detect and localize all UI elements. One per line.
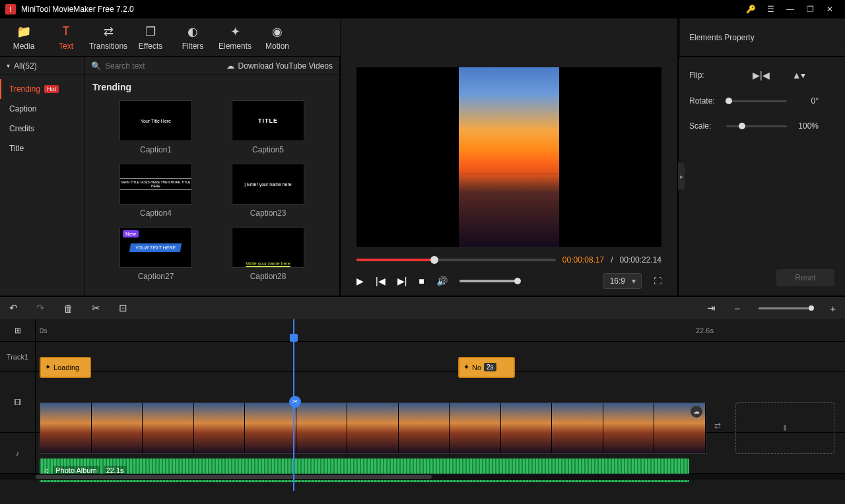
- audio-track-icon: ♪: [16, 449, 20, 457]
- drop-zone[interactable]: ⬇: [735, 402, 834, 454]
- text-clip[interactable]: ✦Loading: [40, 357, 91, 378]
- text-template-item[interactable]: MAIN TITLE GOES HERE THEN MORE TITLE HER…: [106, 164, 205, 218]
- text-template-item[interactable]: Your Title Here Caption1: [106, 100, 205, 154]
- swap-icon[interactable]: ⇄: [714, 421, 721, 430]
- category-trending[interactable]: TrendingHot: [0, 79, 84, 99]
- next-frame-button[interactable]: ▶|: [397, 276, 407, 286]
- minimize-button[interactable]: —: [780, 0, 800, 18]
- stop-button[interactable]: ■: [419, 276, 424, 286]
- reset-button[interactable]: Reset: [776, 269, 834, 286]
- zoom-out-button[interactable]: −: [734, 303, 740, 314]
- scale-slider[interactable]: [726, 125, 787, 127]
- video-preview[interactable]: [356, 67, 661, 247]
- tab-media[interactable]: 📁Media: [3, 22, 45, 52]
- tab-motion[interactable]: ◉Motion: [256, 22, 298, 52]
- key-icon[interactable]: 🔑: [741, 0, 760, 18]
- music-icon: ♫: [44, 466, 49, 474]
- text-clip[interactable]: ✦No2s: [458, 357, 515, 378]
- sparkle-icon: ✦: [45, 363, 51, 371]
- text-template-item[interactable]: TITLE Caption5: [219, 100, 318, 154]
- tab-elements[interactable]: ✦Elements: [214, 22, 256, 52]
- tab-filters[interactable]: ◐Filters: [172, 22, 214, 52]
- video-clip[interactable]: ☁: [40, 402, 706, 454]
- time-total: 00:00:22.14: [620, 255, 661, 265]
- cloud-download-icon: ☁: [226, 61, 234, 71]
- close-button[interactable]: ✕: [820, 0, 840, 18]
- flip-horizontal-button[interactable]: ▶|◀: [753, 70, 770, 80]
- seek-slider[interactable]: [356, 259, 556, 261]
- crop-button[interactable]: ⊡: [119, 302, 127, 314]
- timeline-ruler[interactable]: 0s 22.6s: [36, 319, 845, 341]
- download-videos-link[interactable]: ☁Download YouTube Videos: [226, 61, 339, 71]
- menu-icon[interactable]: ☰: [760, 0, 780, 18]
- maximize-button[interactable]: ❐: [800, 0, 820, 18]
- tab-transitions[interactable]: ⇄Transitions: [87, 22, 129, 52]
- fullscreen-button[interactable]: ⛶: [654, 276, 661, 286]
- undo-button[interactable]: ↶: [9, 302, 18, 314]
- zoom-in-button[interactable]: +: [830, 303, 836, 314]
- app-title: MiniTool MovieMaker Free 7.2.0: [21, 5, 134, 14]
- redo-button[interactable]: ↷: [36, 302, 45, 314]
- tab-effects[interactable]: ❐Effects: [129, 22, 172, 52]
- scale-value: 100%: [795, 121, 819, 131]
- all-dropdown[interactable]: ▾All(52): [0, 57, 84, 75]
- play-button[interactable]: ▶: [356, 276, 364, 286]
- category-caption[interactable]: Caption: [0, 99, 84, 119]
- zoom-slider[interactable]: [759, 307, 811, 309]
- hot-badge: Hot: [44, 85, 59, 93]
- collapse-panel-button[interactable]: ▸: [678, 163, 685, 189]
- timeline-scrollbar[interactable]: [0, 474, 845, 480]
- rotate-slider[interactable]: [726, 100, 787, 102]
- video-track-icon: 🎞: [14, 398, 21, 406]
- new-badge: New: [123, 230, 139, 237]
- category-credits[interactable]: Credits: [0, 119, 84, 139]
- text-template-item[interactable]: NewYOUR TEXT HERE Caption27: [106, 227, 205, 281]
- category-title[interactable]: Title: [0, 139, 84, 158]
- flip-vertical-button[interactable]: ▲▾: [792, 70, 806, 80]
- app-logo: !: [5, 4, 16, 15]
- properties-title: Elements Property: [680, 18, 845, 56]
- cloud-icon: ☁: [691, 406, 702, 418]
- tab-text[interactable]: TText: [45, 22, 87, 52]
- prev-frame-button[interactable]: |◀: [376, 276, 386, 286]
- rotate-value: 0°: [795, 96, 819, 106]
- snap-button[interactable]: ⇥: [707, 302, 716, 314]
- search-input[interactable]: [105, 61, 184, 71]
- aspect-ratio-select[interactable]: 16:9: [603, 273, 642, 289]
- text-template-item[interactable]: Write your name here Caption28: [219, 227, 318, 281]
- text-template-item[interactable]: | Enter your name here Caption23: [219, 164, 318, 218]
- volume-icon[interactable]: 🔊: [436, 276, 448, 286]
- volume-slider[interactable]: [459, 280, 518, 282]
- cut-marker[interactable]: ✂: [289, 396, 301, 408]
- section-title: Trending: [92, 82, 331, 92]
- track-label: Track1: [0, 342, 36, 371]
- search-icon: 🔍: [91, 61, 101, 71]
- split-button[interactable]: ✂: [92, 302, 100, 314]
- sparkle-icon: ✦: [463, 363, 469, 371]
- time-current: 00:00:08.17: [562, 255, 604, 265]
- delete-button[interactable]: 🗑: [63, 303, 73, 314]
- add-track-button[interactable]: ⊞: [15, 326, 21, 335]
